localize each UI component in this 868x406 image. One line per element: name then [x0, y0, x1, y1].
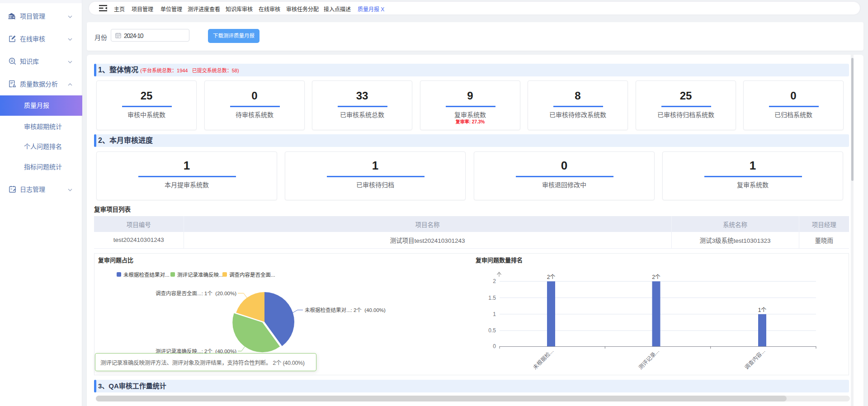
svg-text:调查内容是否全面...: 调查内容是否全面...	[229, 272, 275, 278]
svg-text:2个: 2个	[547, 274, 556, 280]
svg-text:未根据检查结果对...: 未根据检查结果对...	[123, 272, 170, 278]
svg-text:1个: 1个	[758, 307, 767, 313]
svg-text:调查内容是否全面...: 1个 (20.00%): 调查内容是否全面...: 1个 (20.00%)	[156, 290, 236, 296]
svg-text:未根据检...: 未根据检...	[531, 348, 555, 371]
svg-text:1: 1	[493, 311, 496, 317]
svg-text:0: 0	[493, 343, 496, 349]
svg-text:未根据检查结果对...: 2个 (40.00%): 未根据检查结果对...: 2个 (40.00%)	[305, 307, 386, 313]
svg-text:1.5: 1.5	[488, 295, 496, 301]
svg-text:测评记录准确反映...: 测评记录准确反映...	[177, 272, 223, 278]
svg-text:调查内容...: 调查内容...	[743, 348, 766, 371]
svg-text:测评记录...: 测评记录...	[637, 348, 660, 371]
svg-text:0.5: 0.5	[488, 327, 496, 334]
svg-text:2: 2	[493, 278, 496, 284]
svg-text:2个: 2个	[652, 274, 660, 280]
